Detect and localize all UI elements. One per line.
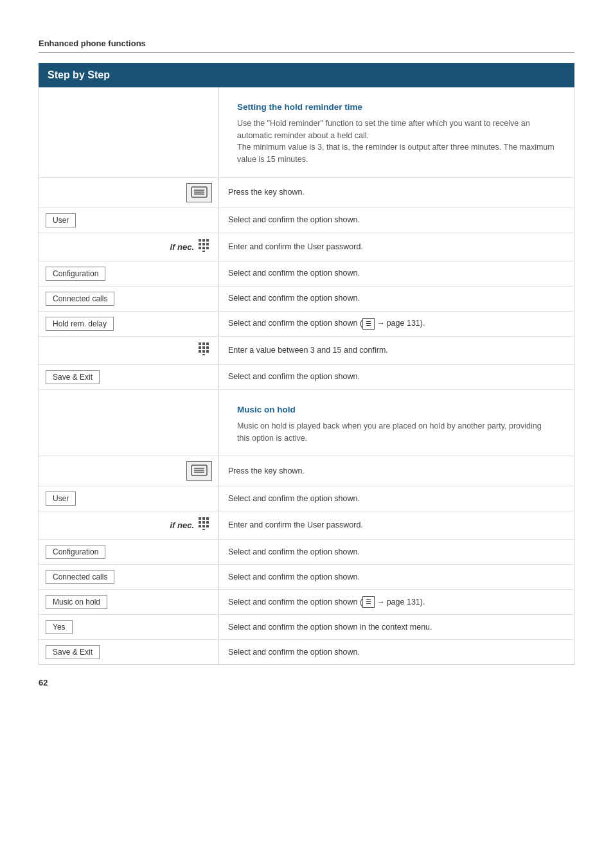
section-title-left-hold-reminder bbox=[39, 87, 219, 177]
option-box-7: Save & Exit bbox=[46, 645, 100, 659]
section-title-text-music-on-hold: Music on hold bbox=[228, 395, 305, 420]
menu-key-cell bbox=[39, 456, 219, 486]
option-cell-3: Configuration bbox=[39, 261, 219, 286]
keypad-icon-2 bbox=[198, 238, 212, 256]
option-box-5: Music on hold bbox=[46, 595, 107, 609]
option-cell-7: Save & Exit bbox=[39, 640, 219, 664]
svg-rect-8 bbox=[202, 243, 205, 245]
row-hold-reminder-4: Connected calls Select and confirm the o… bbox=[39, 286, 574, 311]
svg-rect-4 bbox=[199, 239, 201, 242]
row-hold-reminder-0: Press the key shown. bbox=[39, 177, 574, 208]
right-cell-1: Select and confirm the option shown. bbox=[219, 208, 574, 233]
svg-rect-15 bbox=[202, 342, 205, 345]
svg-rect-12 bbox=[206, 247, 209, 249]
svg-rect-13 bbox=[202, 251, 205, 252]
list-icon: ☰ bbox=[362, 318, 375, 330]
menu-key-icon bbox=[186, 461, 212, 481]
keypad-svg bbox=[198, 238, 212, 252]
option-box-3: Configuration bbox=[46, 267, 105, 281]
option-box-4: Connected calls bbox=[46, 570, 114, 584]
svg-rect-37 bbox=[202, 529, 205, 530]
right-cell-3: Select and confirm the option shown. bbox=[219, 540, 574, 564]
page-number: 62 bbox=[39, 678, 574, 687]
arrow-sym: → bbox=[377, 597, 385, 608]
svg-rect-33 bbox=[206, 521, 209, 524]
svg-rect-29 bbox=[202, 517, 205, 520]
if-nec-label-2: if nec. bbox=[170, 242, 194, 252]
right-cell-0: Press the key shown. bbox=[219, 456, 574, 486]
arrow-sym: → bbox=[377, 318, 385, 330]
right-cell-0: Press the key shown. bbox=[219, 178, 574, 208]
row-music-on-hold-0: Press the key shown. bbox=[39, 456, 574, 486]
option-cell-7: Save & Exit bbox=[39, 365, 219, 389]
row-music-on-hold-4: Connected calls Select and confirm the o… bbox=[39, 564, 574, 589]
if-nec-cell-2: if nec. bbox=[39, 511, 219, 539]
right-cell-4: Select and confirm the option shown. bbox=[219, 565, 574, 589]
keypad-cell-6 bbox=[39, 337, 219, 364]
section-title-text-hold-reminder: Setting the hold reminder time bbox=[228, 93, 371, 118]
ref-icon: ☰ → page 131 bbox=[362, 596, 420, 608]
svg-rect-14 bbox=[199, 342, 201, 345]
menu-key-svg bbox=[190, 185, 208, 199]
svg-rect-34 bbox=[199, 525, 201, 527]
svg-rect-17 bbox=[199, 346, 201, 349]
row-music-on-hold-5: Music on hold Select and confirm the opt… bbox=[39, 589, 574, 614]
right-cell-5: Select and confirm the option shown (☰ →… bbox=[219, 590, 574, 614]
row-music-on-hold-7: Save & Exit Select and confirm the optio… bbox=[39, 639, 574, 664]
menu-key-cell bbox=[39, 178, 219, 208]
keypad-icon-2 bbox=[198, 517, 212, 534]
svg-rect-10 bbox=[199, 247, 201, 249]
page-ref: page 131 bbox=[387, 318, 420, 330]
svg-rect-32 bbox=[202, 521, 205, 524]
option-box-4: Connected calls bbox=[46, 292, 114, 306]
right-cell-2: Enter and confirm the User password. bbox=[219, 511, 574, 539]
page-header: Enhanced phone functions bbox=[39, 39, 574, 53]
option-cell-1: User bbox=[39, 208, 219, 233]
list-icon: ☰ bbox=[362, 596, 375, 608]
option-cell-4: Connected calls bbox=[39, 287, 219, 311]
section-description-music-on-hold: Music on hold is played back when you ar… bbox=[228, 420, 565, 451]
option-cell-1: User bbox=[39, 486, 219, 511]
svg-rect-6 bbox=[206, 239, 209, 242]
right-cell-5: Select and confirm the option shown (☰ →… bbox=[219, 312, 574, 336]
option-box-7: Save & Exit bbox=[46, 370, 100, 384]
page-ref: page 131 bbox=[387, 597, 420, 608]
svg-rect-35 bbox=[202, 525, 205, 527]
section-title-right-hold-reminder: Setting the hold reminder time Use the "… bbox=[219, 87, 574, 177]
row-hold-reminder-1: User Select and confirm the option shown… bbox=[39, 208, 574, 233]
option-box-3: Configuration bbox=[46, 545, 105, 559]
row-hold-reminder-3: Configuration Select and confirm the opt… bbox=[39, 261, 574, 286]
right-cell-3: Select and confirm the option shown. bbox=[219, 261, 574, 286]
section-title-left-music-on-hold bbox=[39, 390, 219, 456]
page-header-title: Enhanced phone functions bbox=[39, 39, 146, 48]
section-title-right-music-on-hold: Music on hold Music on hold is played ba… bbox=[219, 390, 574, 456]
row-music-on-hold-1: User Select and confirm the option shown… bbox=[39, 486, 574, 511]
svg-rect-16 bbox=[206, 342, 209, 345]
step-by-step-header: Step by Step bbox=[39, 63, 574, 87]
if-nec-cell-2: if nec. bbox=[39, 233, 219, 261]
row-music-on-hold-6: Yes Select and confirm the option shown … bbox=[39, 614, 574, 639]
right-cell-4: Select and confirm the option shown. bbox=[219, 287, 574, 311]
svg-rect-5 bbox=[202, 239, 205, 242]
right-cell-2: Enter and confirm the User password. bbox=[219, 233, 574, 261]
row-music-on-hold-3: Configuration Select and confirm the opt… bbox=[39, 539, 574, 564]
content-area: Step by Step Setting the hold reminder t… bbox=[39, 63, 574, 665]
option-box-6: Yes bbox=[46, 620, 73, 634]
option-box-1: User bbox=[46, 213, 76, 227]
right-cell-6: Enter a value between 3 and 15 and confi… bbox=[219, 337, 574, 364]
svg-rect-36 bbox=[206, 525, 209, 527]
svg-rect-18 bbox=[202, 346, 205, 349]
ref-icon: ☰ → page 131 bbox=[362, 318, 420, 330]
content-wrapper: Setting the hold reminder time Use the "… bbox=[39, 87, 574, 665]
option-box-5: Hold rem. delay bbox=[46, 317, 114, 331]
svg-rect-7 bbox=[199, 243, 201, 245]
option-cell-3: Configuration bbox=[39, 540, 219, 564]
page: Enhanced phone functions Step by Step Se… bbox=[0, 0, 613, 868]
menu-key-icon bbox=[186, 183, 212, 202]
section-title-row-hold-reminder: Setting the hold reminder time Use the "… bbox=[39, 87, 574, 177]
svg-rect-11 bbox=[202, 247, 205, 249]
menu-key-svg bbox=[190, 463, 208, 477]
row-hold-reminder-2: if nec. Enter and confir bbox=[39, 233, 574, 261]
row-hold-reminder-5: Hold rem. delay Select and confirm the o… bbox=[39, 311, 574, 336]
row-hold-reminder-7: Save & Exit Select and confirm the optio… bbox=[39, 364, 574, 389]
